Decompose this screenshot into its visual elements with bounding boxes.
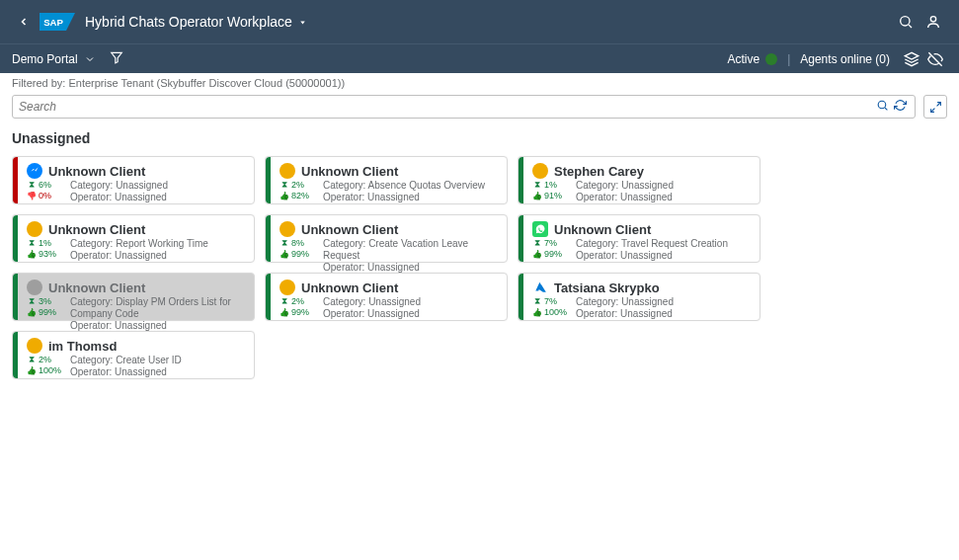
funnel-icon [110, 50, 123, 64]
chat-card[interactable]: Unknown Client 7% 99% Category: Travel R… [518, 214, 760, 263]
search-input[interactable] [19, 100, 873, 114]
global-search-button[interactable] [892, 14, 919, 30]
operator-line: Operator: Unassigned [576, 192, 752, 203]
caret-down-icon [298, 18, 307, 27]
status-stripe [519, 215, 523, 262]
stat-time: 7% [532, 238, 568, 249]
chat-card[interactable]: Tatsiana Skrypko 7% 100% Category: Unass… [518, 273, 760, 321]
thumb-up-icon [280, 308, 289, 318]
search-row [0, 93, 959, 124]
status-stripe [519, 274, 523, 320]
card-stats: 7% 99% [532, 238, 568, 262]
channel-icon-wrap [280, 163, 295, 179]
operator-line: Operator: Unassigned [323, 308, 499, 320]
sap-logo: SAP [40, 13, 75, 31]
channel-icon-wrap [27, 221, 42, 237]
channel-icon-wrap [27, 163, 42, 179]
portal-selector[interactable]: Demo Portal [12, 52, 96, 66]
hourglass-icon [27, 297, 37, 307]
shell-bar: SAP Hybrid Chats Operator Workplace [0, 0, 959, 43]
stat-time: 8% [280, 238, 315, 249]
card-stats: 7% 100% [532, 296, 568, 320]
status-indicator: Active [727, 52, 777, 66]
operator-line: Operator: Unassigned [70, 250, 246, 262]
filter-button[interactable] [110, 50, 123, 67]
card-meta: Category: Unassigned Operator: Unassigne… [323, 296, 499, 320]
operator-line: Operator: Unassigned [576, 250, 752, 262]
svg-line-11 [936, 102, 940, 106]
refresh-button[interactable] [891, 99, 909, 115]
app-title-dropdown[interactable]: Hybrid Chats Operator Workplace [85, 14, 307, 30]
cards-grid: Unknown Client 6% 0% Category: Unassigne… [0, 156, 959, 379]
category-line: Category: Travel Request Creation [576, 238, 752, 250]
category-line: Category: Display PM Orders List for Com… [70, 296, 246, 320]
back-button[interactable] [12, 16, 36, 28]
category-line: Category: Unassigned [70, 180, 246, 192]
card-stats: 2% 99% [280, 296, 315, 320]
card-stats: 2% 82% [280, 180, 315, 203]
chat-card[interactable]: Stephen Carey 1% 91% Category: Unassigne… [518, 156, 760, 204]
chat-card[interactable]: im Thomsd 2% 100% Category: Create User … [12, 331, 255, 379]
visibility-button[interactable] [923, 51, 947, 67]
svg-marker-2 [300, 21, 305, 24]
expand-icon [929, 101, 942, 114]
chat-card[interactable]: Unknown Client 1% 93% Category: Report W… [12, 214, 255, 263]
chat-bubble-icon [27, 221, 42, 237]
stat-rating: 91% [532, 191, 568, 201]
category-line: Category: Create Vacation Leave Request [323, 238, 499, 262]
card-stats: 8% 99% [280, 238, 315, 274]
hourglass-icon [27, 356, 37, 365]
refresh-icon [894, 99, 907, 112]
status-stripe [13, 215, 18, 262]
svg-marker-6 [111, 52, 121, 63]
svg-text:SAP: SAP [43, 17, 63, 28]
eye-off-icon [927, 51, 943, 67]
portal-name: Demo Portal [12, 52, 78, 66]
filter-summary: Filtered by: Enterprise Tenant (Skybuffe… [0, 73, 959, 93]
card-stats: 2% 100% [27, 355, 62, 378]
card-meta: Category: Display PM Orders List for Com… [70, 296, 246, 332]
sub-bar: Demo Portal Active | Agents online (0) [0, 43, 959, 73]
search-submit-button[interactable] [873, 99, 891, 115]
svg-marker-7 [905, 52, 918, 59]
status-label: Active [727, 52, 759, 66]
hourglass-icon [532, 181, 542, 191]
layers-button[interactable] [900, 51, 923, 67]
client-name: Tatsiana Skrypko [554, 280, 660, 295]
channel-icon-wrap [532, 163, 548, 179]
svg-point-3 [901, 17, 910, 26]
channel-icon-wrap [27, 338, 42, 354]
chat-card[interactable]: Unknown Client 8% 99% Category: Create V… [265, 214, 508, 263]
stat-time: 6% [27, 180, 62, 191]
channel-icon-wrap [27, 280, 42, 295]
card-meta: Category: Unassigned Operator: Unassigne… [70, 180, 246, 203]
chat-card[interactable]: Unknown Client 2% 82% Category: Absence … [265, 156, 508, 204]
chat-card[interactable]: Unknown Client 3% 99% Category: Display … [12, 273, 255, 321]
card-stats: 1% 91% [532, 180, 568, 203]
user-button[interactable] [919, 14, 947, 30]
card-stats: 1% 93% [27, 238, 62, 262]
operator-line: Operator: Unassigned [323, 192, 499, 203]
client-name: Unknown Client [301, 280, 398, 295]
search-icon [898, 14, 914, 30]
thumb-up-icon [280, 192, 289, 201]
divider: | [787, 52, 790, 66]
chat-card[interactable]: Unknown Client 6% 0% Category: Unassigne… [12, 156, 255, 204]
client-name: Unknown Client [48, 280, 145, 295]
hourglass-icon [280, 297, 289, 307]
category-line: Category: Absence Quotas Overview [323, 180, 499, 192]
chat-card[interactable]: Unknown Client 2% 99% Category: Unassign… [265, 273, 508, 321]
hourglass-icon [27, 181, 37, 191]
search-icon [876, 99, 889, 112]
app-title: Hybrid Chats Operator Workplace [85, 14, 292, 30]
thumb-up-icon [532, 308, 542, 318]
whatsapp-icon [532, 221, 548, 237]
stat-rating: 100% [532, 307, 568, 318]
channel-icon-wrap [532, 280, 548, 295]
client-name: Unknown Client [301, 222, 398, 237]
chevron-down-icon [84, 53, 96, 65]
stat-time: 2% [280, 180, 315, 191]
stat-time: 7% [532, 296, 568, 307]
thumb-up-icon [532, 250, 542, 260]
expand-button[interactable] [923, 95, 947, 119]
